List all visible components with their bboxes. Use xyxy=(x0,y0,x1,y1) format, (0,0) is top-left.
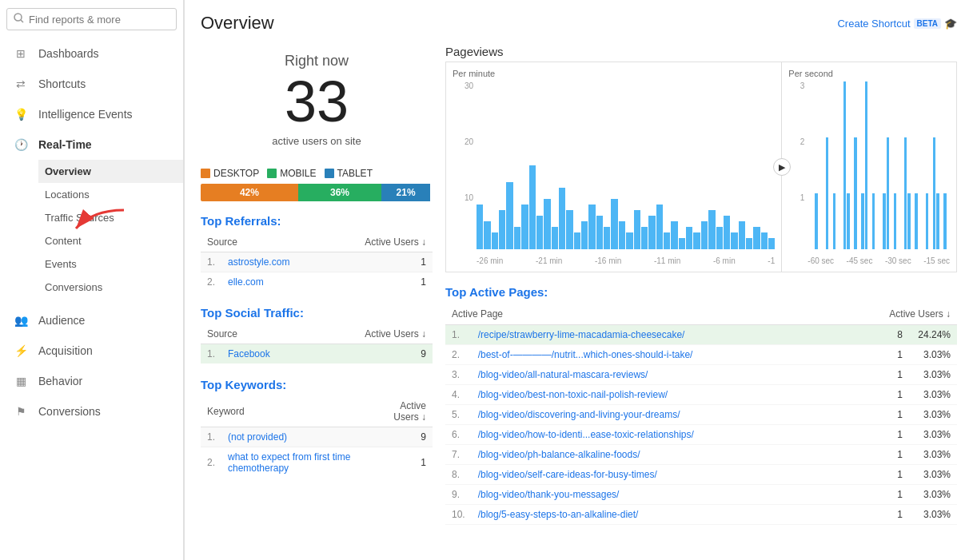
bar-col xyxy=(868,81,871,249)
bar-col xyxy=(865,81,867,249)
x-axis-per-minute: -26 min -21 min -16 min -11 min -6 min -… xyxy=(477,256,775,265)
bar xyxy=(588,205,595,249)
bar xyxy=(926,193,928,249)
bar-col xyxy=(847,81,849,249)
bar-col xyxy=(815,81,817,249)
subnav-content[interactable]: Content xyxy=(38,229,183,252)
create-shortcut-button[interactable]: Create Shortcut BETA 🎓 xyxy=(837,18,957,30)
referrals-table: Source Active Users ↓ 1. astrostyle.com … xyxy=(201,232,433,292)
subnav-traffic-sources[interactable]: Traffic Sources xyxy=(38,206,183,229)
sidebar-item-intelligence[interactable]: 💡 Intelligence Events xyxy=(0,99,183,129)
users-cell: 1 xyxy=(327,272,433,292)
row-num: 2. xyxy=(201,272,221,292)
table-row: 8. /blog-video/self-care-ideas-for-busy-… xyxy=(445,465,957,485)
page-title: Overview xyxy=(201,13,274,34)
search-input[interactable] xyxy=(29,14,169,26)
subnav-conversions[interactable]: Conversions xyxy=(38,276,183,299)
bar-col xyxy=(552,81,558,249)
bar-col xyxy=(897,81,899,249)
bar xyxy=(907,193,910,249)
bar xyxy=(492,232,498,249)
pct-cell: 3.03% xyxy=(909,365,957,385)
source-cell[interactable]: astrostyle.com xyxy=(221,252,327,272)
pct-cell: 3.03% xyxy=(909,505,957,525)
table-row: 3. /blog-video/all-natural-mascara-revie… xyxy=(445,365,957,385)
active-label: active users on site xyxy=(201,135,433,147)
keyword-cell[interactable]: (not provided) xyxy=(221,427,372,447)
bar xyxy=(739,221,745,249)
sidebar-item-conversions[interactable]: ⚑ Conversions xyxy=(0,396,183,427)
subnav-events[interactable]: Events xyxy=(38,252,183,276)
bar-col xyxy=(619,81,625,249)
bar xyxy=(499,210,505,249)
page-cell[interactable]: /blog/5-easy-steps-to-an-alkaline-diet/ xyxy=(472,505,877,525)
sidebar-item-realtime[interactable]: 🕐 Real-Time xyxy=(0,129,183,160)
bar-col xyxy=(701,81,708,249)
device-bar: 42% 36% 21% xyxy=(201,184,433,201)
bar-col xyxy=(833,81,835,249)
bar-col xyxy=(854,81,856,249)
source-cell[interactable]: elle.com xyxy=(221,272,327,292)
bar-col xyxy=(477,81,483,249)
top-keywords-section: Top Keywords: Keyword Active Users ↓ 1. … xyxy=(201,378,433,478)
bar xyxy=(604,227,610,249)
top-referrals-title: Top Referrals: xyxy=(201,214,433,228)
search-box[interactable] xyxy=(6,8,177,30)
bar-col xyxy=(851,81,853,249)
bar-col xyxy=(811,81,814,249)
page-cell[interactable]: /blog-video/discovering-and-living-your-… xyxy=(472,405,877,425)
users-cell: 9 xyxy=(311,344,433,364)
page-cell[interactable]: /blog-video/all-natural-mascara-reviews/ xyxy=(472,365,877,385)
page-cell[interactable]: /blog-video/self-care-ideas-for-busy-tim… xyxy=(472,465,877,485)
row-num: 4. xyxy=(445,385,472,405)
bar-col xyxy=(858,81,860,249)
bar xyxy=(943,193,946,249)
users-cell: 1 xyxy=(877,345,909,365)
sidebar-item-shortcuts[interactable]: ⇄ Shortcuts xyxy=(0,69,183,99)
source-cell[interactable]: Facebook xyxy=(221,344,311,364)
bar-col xyxy=(536,81,543,249)
keyword-cell[interactable]: what to expect from first time chemother… xyxy=(221,447,372,479)
sidebar-item-acquisition[interactable]: ⚡ Acquisition xyxy=(0,336,183,366)
subnav-locations[interactable]: Locations xyxy=(38,183,183,206)
page-cell[interactable]: /blog-video/best-non-toxic-nail-polish-r… xyxy=(472,385,877,405)
table-row: 1. /recipe/strawberry-lime-macadamia-che… xyxy=(445,325,957,345)
page-cell[interactable]: /blog-video/ph-balance-alkaline-foods/ xyxy=(472,445,877,465)
bar xyxy=(708,210,715,249)
bar-col xyxy=(731,81,737,249)
sidebar-item-dashboards[interactable]: ⊞ Dashboards xyxy=(0,38,183,69)
bar-col xyxy=(840,81,843,249)
bar-col xyxy=(843,81,846,249)
bar-col xyxy=(943,81,946,249)
bar-col xyxy=(626,81,632,249)
row-num: 2. xyxy=(201,447,221,479)
page-cell[interactable]: /recipe/strawberry-lime-macadamia-cheese… xyxy=(472,325,877,345)
pct-cell: 3.03% xyxy=(909,385,957,405)
sidebar-item-behavior[interactable]: ▦ Behavior xyxy=(0,366,183,396)
grid-icon: ⊞ xyxy=(13,47,29,60)
bar xyxy=(753,227,760,249)
bar-col xyxy=(634,81,640,249)
page-cell[interactable]: /best-of-————/nutrit...which-ones-should… xyxy=(472,345,877,365)
subnav-overview[interactable]: Overview xyxy=(38,160,183,183)
bar xyxy=(883,193,885,249)
bar-col xyxy=(739,81,745,249)
bar xyxy=(641,227,648,249)
table-row: 4. /blog-video/best-non-toxic-nail-polis… xyxy=(445,385,957,405)
page-cell[interactable]: /blog-video/thank-you-messages/ xyxy=(472,485,877,505)
bar xyxy=(843,81,846,249)
bar xyxy=(833,193,835,249)
table-row: 1. Facebook 9 xyxy=(201,344,433,364)
pct-cell: 3.03% xyxy=(909,425,957,445)
bar xyxy=(768,238,775,249)
source-header: Source xyxy=(201,232,327,252)
row-num: 6. xyxy=(445,425,472,445)
users-cell: 1 xyxy=(877,445,909,465)
bar-col xyxy=(499,81,505,249)
top-social-title: Top Social Traffic: xyxy=(201,306,433,320)
sidebar-item-audience[interactable]: 👥 Audience xyxy=(0,305,183,336)
chart-next-button[interactable]: ▶ xyxy=(773,158,791,176)
page-cell[interactable]: /blog-video/how-to-identi...ease-toxic-r… xyxy=(472,425,877,445)
bar-col xyxy=(836,81,839,249)
bar-col xyxy=(484,81,490,249)
